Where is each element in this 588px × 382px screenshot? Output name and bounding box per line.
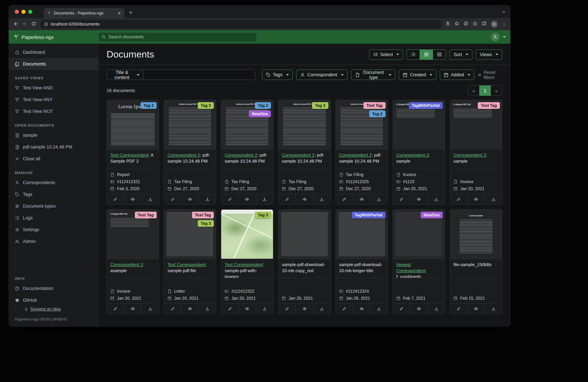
tag-badge[interactable]: Tag 2 <box>255 102 271 109</box>
edit-button[interactable] <box>450 194 467 204</box>
tag-badge[interactable]: TagWithPartial <box>352 212 385 218</box>
download-button[interactable] <box>256 194 273 204</box>
download-button[interactable] <box>427 194 445 204</box>
download-button[interactable] <box>199 304 216 314</box>
reload-button[interactable] <box>31 21 36 27</box>
tag-badge[interactable]: Tag 3 <box>255 212 271 218</box>
tag-badge[interactable]: NewOne <box>249 111 271 117</box>
filter-tags-button[interactable]: Tags <box>262 70 293 80</box>
edit-button[interactable] <box>164 194 181 204</box>
document-thumbnail[interactable]: Adobe Acrobat PDF Files Tag 2NewOne <box>221 100 273 149</box>
edit-button[interactable] <box>450 304 467 314</box>
app-brand[interactable]: Paperless-ngx <box>13 34 98 40</box>
sidebar-item-saved-view-and[interactable]: Test View AND <box>9 82 98 94</box>
sidebar-item-settings[interactable]: Settings <box>9 224 98 236</box>
preview-button[interactable] <box>124 304 141 314</box>
select-button[interactable]: Select <box>369 49 403 60</box>
document-thumbnail[interactable]: A Simple PDF File Test Tag <box>450 100 502 149</box>
filter-added-button[interactable]: Added <box>440 70 474 80</box>
sidebar-item-open-doc-pdf-sample[interactable]: pdf-sample 10.24.48 PM <box>9 141 98 153</box>
edit-button[interactable] <box>221 304 238 314</box>
download-button[interactable] <box>485 194 502 204</box>
page-status-icon[interactable] <box>464 21 468 27</box>
tag-badge[interactable]: Tag 3 <box>198 102 214 109</box>
sidebar-item-correspondents[interactable]: Correspondents <box>9 177 98 188</box>
view-list-button[interactable] <box>407 49 420 60</box>
edit-button[interactable] <box>164 304 181 314</box>
field-doctype[interactable]: Invoice <box>110 289 155 294</box>
document-thumbnail[interactable]: Adobe Acrobat PDF Files Test TagTag 2 <box>336 100 387 149</box>
edit-button[interactable] <box>393 194 410 204</box>
filter-document-type-button[interactable]: Document type <box>351 70 395 80</box>
views-button[interactable]: Views <box>476 49 502 60</box>
browser-menu-kebab-icon[interactable]: ⋮ <box>502 22 506 27</box>
preview-button[interactable] <box>181 304 199 314</box>
document-thumbnail[interactable]: Tag 3 <box>221 210 273 259</box>
share-icon[interactable] <box>445 21 450 27</box>
document-thumbnail[interactable]: TagWithPartial <box>336 210 387 259</box>
tag-badge[interactable]: Tag 3 <box>312 102 328 109</box>
sidebar-item-tags[interactable]: Tags <box>9 188 98 200</box>
sort-button[interactable]: Sort <box>450 49 473 60</box>
document-correspondent-link[interactable]: Correspondent 2 <box>110 262 143 267</box>
edit-button[interactable] <box>393 304 410 314</box>
edit-button[interactable] <box>107 194 124 204</box>
edit-button[interactable] <box>336 194 353 204</box>
tag-badge[interactable]: Tag 2 <box>140 102 157 109</box>
field-date[interactable]: Dec 27, 2020 <box>225 186 270 191</box>
field-doctype[interactable]: Tax Filing <box>339 172 384 177</box>
field-doctype[interactable]: Letter <box>168 289 212 294</box>
tag-badge[interactable]: Test Tag <box>478 102 500 109</box>
sidebar-item-close-all[interactable]: Close all <box>9 153 98 165</box>
download-button[interactable] <box>485 304 502 314</box>
field-date[interactable]: Dec 27, 2020 <box>282 186 327 191</box>
field-doctype[interactable]: Invoice <box>454 180 499 184</box>
tag-badge[interactable]: Test Tag <box>192 212 214 218</box>
download-button[interactable] <box>313 304 330 314</box>
view-grid-button[interactable] <box>420 49 433 60</box>
preview-button[interactable] <box>353 194 370 204</box>
field-date[interactable]: Feb 7, 2021 <box>396 296 441 301</box>
document-correspondent-link[interactable]: Correspondent 2 <box>168 153 200 158</box>
field-date[interactable]: Jan 26, 2021 <box>282 296 327 301</box>
field-date[interactable]: Jan 20, 2021 <box>225 296 270 301</box>
zoom-window-button[interactable] <box>28 10 32 14</box>
tag-badge[interactable]: Tag 3 <box>198 220 214 227</box>
download-button[interactable] <box>370 304 387 314</box>
edit-button[interactable] <box>278 194 295 204</box>
field-date[interactable]: Jan 26, 2021 <box>339 296 384 301</box>
sidebar-item-admin[interactable]: Admin <box>9 236 98 247</box>
extensions-puzzle-icon[interactable] <box>473 21 477 27</box>
view-detail-button[interactable] <box>433 49 446 60</box>
reset-filters-button[interactable]: ✕ Reset filters <box>478 70 502 80</box>
document-thumbnail[interactable]: Test TagTag 3 <box>164 210 216 259</box>
document-thumbnail[interactable] <box>278 210 330 259</box>
document-correspondent-link[interactable]: Test Correspondent <box>168 262 206 267</box>
pagination-prev-button[interactable]: « <box>468 85 479 96</box>
field-date[interactable]: Dec 27, 2020 <box>339 186 384 191</box>
sidebar-item-logs[interactable]: Logs <box>9 212 98 224</box>
sidebar-item-documents[interactable]: Documents <box>9 58 98 70</box>
document-correspondent-link[interactable]: Newest Correspondent <box>396 262 425 273</box>
tag-badge[interactable]: NewOne <box>420 212 443 218</box>
preview-button[interactable] <box>353 304 370 314</box>
pagination-page-1-button[interactable]: 1 <box>479 85 491 96</box>
tag-badge[interactable]: Test Tag <box>135 212 157 218</box>
field-date[interactable]: Dec 27, 2020 <box>168 186 212 191</box>
edit-button[interactable] <box>336 304 353 314</box>
field-date[interactable]: Feb 15, 2021 <box>454 296 499 301</box>
preview-button[interactable] <box>238 194 256 204</box>
preview-button[interactable] <box>181 194 199 204</box>
preview-button[interactable] <box>295 304 313 314</box>
suggest-an-idea-link[interactable]: Suggest an idea <box>24 307 61 311</box>
filter-created-button[interactable]: Created <box>399 70 436 80</box>
bookmark-star-icon[interactable] <box>455 21 459 27</box>
preview-button[interactable] <box>410 304 427 314</box>
document-correspondent-link[interactable]: Correspondent 2 <box>225 153 257 158</box>
document-correspondent-link[interactable]: Correspondent 2 <box>282 153 315 158</box>
field-doctype[interactable]: Invoice <box>396 172 441 177</box>
download-button[interactable] <box>199 194 216 204</box>
close-window-button[interactable] <box>15 10 19 14</box>
document-correspondent-link[interactable]: Test Correspondent <box>110 153 148 158</box>
tab-close-icon[interactable]: ✕ <box>117 11 121 15</box>
